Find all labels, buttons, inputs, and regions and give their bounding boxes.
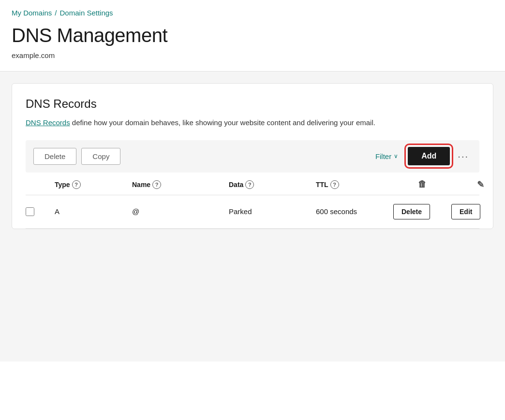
row-type: A: [55, 207, 132, 216]
ttl-help-icon[interactable]: ?: [330, 180, 339, 189]
th-type: Type ?: [55, 180, 132, 189]
th-data-label: Data: [229, 181, 243, 188]
th-edit-action: ✎: [451, 179, 505, 190]
toolbar: Delete Copy Filter ∨ Add ···: [26, 140, 479, 173]
dns-section: DNS Records DNS Records define how your …: [0, 72, 505, 362]
dns-card: DNS Records DNS Records define how your …: [12, 83, 493, 229]
filter-button[interactable]: Filter ∨: [371, 148, 403, 164]
breadcrumb-my-domains[interactable]: My Domains: [12, 9, 52, 17]
table-row: A @ Parked 600 seconds Delete Edit: [26, 195, 479, 229]
trash-icon: 🗑: [418, 179, 427, 189]
th-name: Name ?: [132, 180, 229, 189]
type-help-icon[interactable]: ?: [72, 180, 81, 189]
th-delete-action: 🗑: [393, 179, 451, 189]
row-edit-button[interactable]: Edit: [451, 204, 480, 219]
domain-label: example.com: [12, 51, 493, 59]
row-data: Parked: [229, 207, 316, 216]
dns-records-link[interactable]: DNS Records: [26, 118, 70, 127]
th-data: Data ?: [229, 180, 316, 189]
row-checkbox-cell[interactable]: [26, 207, 55, 216]
row-edit-cell: Edit: [451, 204, 505, 219]
copy-button[interactable]: Copy: [81, 148, 120, 165]
name-help-icon[interactable]: ?: [152, 180, 161, 189]
filter-label: Filter: [375, 152, 391, 160]
row-name: @: [132, 207, 229, 216]
th-ttl-label: TTL: [316, 181, 328, 188]
data-help-icon[interactable]: ?: [245, 180, 254, 189]
edit-icon: ✎: [477, 179, 484, 190]
th-type-label: Type: [55, 181, 70, 188]
table-header: Type ? Name ? Data ? TTL ? 🗑 ✎: [26, 173, 479, 195]
th-ttl: TTL ?: [316, 180, 393, 189]
page-title: DNS Management: [12, 25, 493, 46]
breadcrumb-domain-settings[interactable]: Domain Settings: [60, 9, 113, 17]
breadcrumb: My Domains / Domain Settings: [12, 9, 493, 17]
row-ttl: 600 seconds: [316, 206, 393, 217]
dns-description: DNS Records define how your domain behav…: [26, 117, 479, 129]
delete-button[interactable]: Delete: [33, 148, 76, 165]
add-button[interactable]: Add: [408, 147, 450, 165]
dns-records-title: DNS Records: [26, 97, 479, 111]
row-delete-button[interactable]: Delete: [393, 204, 430, 219]
row-delete-cell: Delete: [393, 204, 451, 219]
dns-description-text: define how your domain behaves, like sho…: [70, 118, 375, 127]
more-options-button[interactable]: ···: [455, 147, 472, 166]
chevron-down-icon: ∨: [394, 153, 398, 159]
th-name-label: Name: [132, 181, 150, 188]
breadcrumb-separator: /: [55, 9, 57, 17]
row-checkbox-input[interactable]: [26, 207, 34, 216]
